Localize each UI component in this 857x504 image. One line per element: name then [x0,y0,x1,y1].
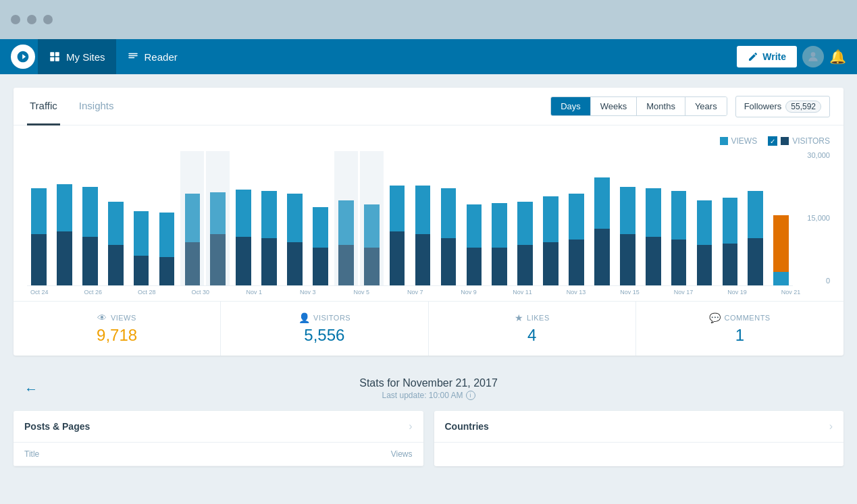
bar-label [376,289,401,296]
bar-group[interactable] [437,151,461,285]
bar-label: Oct 26 [80,289,105,296]
countries-header[interactable]: Countries › [434,411,844,443]
bar-group[interactable] [411,151,435,285]
period-months-btn[interactable]: Months [637,97,685,115]
bar-group[interactable] [232,151,255,285]
stat-comments: 💬 COMMENTS 1 [636,302,843,356]
bar-label [269,289,294,296]
bar-visitors [134,256,149,285]
bar-group[interactable] [257,151,281,285]
svg-rect-2 [50,57,54,61]
nav-my-sites[interactable]: My Sites [38,39,116,74]
bar-visitors [57,231,72,285]
bar-group[interactable] [769,151,793,285]
bar-visitors [82,237,98,285]
window-maximize-btn[interactable] [43,15,53,24]
title-bar [0,0,857,39]
bar-label [805,289,830,296]
bar-label: Oct 30 [188,289,213,296]
bar-label: Nov 21 [779,289,804,296]
bar-group[interactable] [130,151,153,285]
nav-reader[interactable]: Reader [116,39,188,74]
bar-views [390,186,405,231]
bar-group[interactable] [565,151,588,285]
bar-visitors [543,242,559,285]
bar-group[interactable] [513,151,537,285]
bar-group[interactable] [488,151,511,285]
bar-label [752,289,777,296]
bar-label [430,289,455,296]
bar-group[interactable] [206,151,230,285]
bar-label: Nov 1 [242,289,267,296]
bar-visitors [210,234,226,285]
bar-group[interactable] [718,151,742,285]
bar-visitors [159,257,175,285]
bar-group[interactable] [78,151,102,285]
posts-pages-panel: Posts & Pages › Title Views [14,411,423,466]
legend-views: VIEWS [720,136,758,146]
window-minimize-btn[interactable] [27,15,36,24]
back-button[interactable]: ← [24,381,38,397]
period-days-btn[interactable]: Days [551,97,591,115]
period-years-btn[interactable]: Years [685,97,727,115]
bar-views [108,202,124,245]
stat-views-value: 9,718 [97,326,137,345]
countries-title: Countries [445,421,489,432]
posts-pages-chevron: › [409,420,412,432]
bar-label: Nov 3 [295,289,320,296]
window-close-btn[interactable] [11,15,20,24]
legend-visitors-checkbox[interactable]: ✓ [768,136,777,146]
bar-group[interactable] [309,151,332,285]
bar-group[interactable] [693,151,717,285]
wordpress-logo [11,45,35,69]
bar-views [159,213,175,257]
bar-views [723,198,738,244]
user-avatar[interactable] [802,46,824,67]
bar-group[interactable] [104,151,128,285]
bar-group[interactable] [334,151,358,285]
bar-group[interactable] [180,151,204,285]
tab-traffic[interactable]: Traffic [27,88,60,125]
write-button[interactable]: Write [737,46,797,67]
svg-rect-3 [55,57,59,61]
posts-pages-header[interactable]: Posts & Pages › [14,411,423,443]
tab-insights[interactable]: Insights [76,88,117,125]
bar-chart[interactable] [27,151,793,286]
stat-views: 👁 VIEWS 9,718 [14,302,221,356]
stat-likes-value: 4 [527,326,536,345]
bar-label [161,289,186,296]
posts-pages-title: Posts & Pages [24,421,90,432]
bar-group[interactable] [53,151,76,285]
stat-likes: ★ LIKES 4 [429,302,636,356]
countries-panel: Countries › [434,411,844,466]
bar-label: Nov 19 [725,289,750,296]
bar-visitors [748,238,763,285]
bar-group[interactable] [27,151,51,285]
bar-group[interactable] [539,151,563,285]
bar-group[interactable] [462,151,486,285]
followers-badge[interactable]: Followers 55,592 [735,96,830,117]
bar-group[interactable] [590,151,614,285]
bar-label [215,289,240,296]
bar-group[interactable] [360,151,384,285]
stats-summary: 👁 VIEWS 9,718 👤 VISITORS 5,556 ★ LIKES 4 [14,301,843,356]
bar-views [31,188,47,234]
bar-group[interactable] [642,151,665,285]
countries-chevron: › [829,420,833,432]
bar-group[interactable] [667,151,691,285]
bar-group[interactable] [155,151,179,285]
tab-row: Traffic Insights Days Weeks Months Years… [14,88,843,125]
bar-visitors [364,248,380,285]
bar-group[interactable] [744,151,767,285]
bar-views [185,194,201,242]
bar-visitors [467,248,482,285]
notifications-bell[interactable]: 🔔 [829,49,846,65]
bar-visitors [441,238,457,285]
period-weeks-btn[interactable]: Weeks [591,97,638,115]
bar-chart-wrapper: 30,000 15,000 0 [27,151,830,286]
stat-visitors: 👤 VISITORS 5,556 [221,302,428,356]
bar-group[interactable] [283,151,307,285]
bar-label [590,289,615,296]
bar-group[interactable] [386,151,409,285]
bar-group[interactable] [616,151,640,285]
